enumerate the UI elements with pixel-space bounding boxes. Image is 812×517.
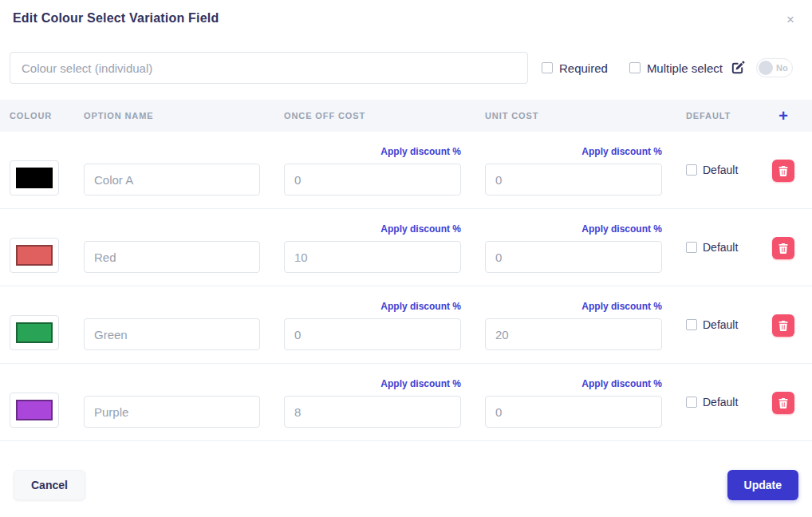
default-label: Default: [703, 164, 738, 176]
percent-icon: %: [653, 378, 662, 389]
table-row: Apply discount % Apply discount % Defaul…: [0, 132, 812, 209]
column-header-once-off-cost: Once off cost: [284, 111, 485, 120]
edit-variation-field-modal: Edit Colour Select Variation Field × Req…: [0, 0, 812, 517]
percent-icon: %: [653, 301, 662, 312]
color-swatch-fill: [16, 322, 53, 343]
default-checkbox-input[interactable]: [686, 242, 697, 253]
trash-icon: [778, 243, 788, 254]
multiple-select-checkbox-input[interactable]: [629, 62, 641, 73]
table-row: Apply discount % Apply discount % Defaul…: [0, 209, 812, 286]
modal-title: Edit Colour Select Variation Field: [13, 11, 219, 26]
trash-icon: [778, 321, 788, 331]
color-swatch-fill: [16, 400, 53, 420]
delete-option-button[interactable]: [772, 160, 794, 182]
table-row: Apply discount % Apply discount % Defaul…: [0, 286, 812, 364]
delete-option-button[interactable]: [772, 237, 794, 259]
once-off-cost-input[interactable]: [284, 318, 461, 350]
option-name-input[interactable]: [84, 396, 260, 428]
color-swatch[interactable]: [10, 238, 59, 273]
option-name-input[interactable]: [84, 318, 260, 350]
delete-option-button[interactable]: [772, 314, 794, 337]
default-checkbox[interactable]: Default: [686, 318, 738, 331]
column-header-unit-cost: Unit cost: [485, 111, 686, 120]
default-checkbox-input[interactable]: [686, 319, 697, 330]
delete-option-button[interactable]: [772, 392, 794, 414]
default-checkbox-input[interactable]: [686, 164, 697, 176]
apply-discount-unit-link[interactable]: Apply discount %: [581, 301, 662, 312]
required-checkbox[interactable]: Required: [542, 61, 608, 75]
column-header-colour: Colour: [10, 111, 84, 120]
add-option-button[interactable]: +: [772, 108, 794, 124]
trash-icon: [778, 398, 788, 408]
default-checkbox[interactable]: Default: [686, 164, 738, 176]
once-off-cost-input[interactable]: [284, 396, 461, 428]
color-swatch[interactable]: [10, 160, 59, 195]
multiple-select-checkbox[interactable]: Multiple select: [629, 61, 723, 75]
once-off-cost-input[interactable]: [284, 241, 461, 273]
apply-discount-unit-link[interactable]: Apply discount %: [581, 223, 662, 235]
option-name-input[interactable]: [84, 164, 260, 195]
column-header-option-name: Option name: [84, 111, 284, 120]
default-checkbox[interactable]: Default: [686, 396, 738, 408]
default-label: Default: [703, 318, 738, 331]
percent-icon: %: [452, 378, 461, 389]
default-label: Default: [703, 396, 738, 408]
toggle-switch[interactable]: No: [756, 58, 793, 77]
field-name-input[interactable]: [10, 52, 528, 84]
unit-cost-input[interactable]: [485, 318, 662, 350]
required-checkbox-input[interactable]: [542, 62, 553, 73]
edit-pencil-icon: [730, 61, 745, 76]
toggle-knob: [759, 61, 773, 75]
trash-icon: [778, 166, 788, 176]
unit-cost-input[interactable]: [485, 396, 662, 428]
update-button[interactable]: Update: [727, 470, 798, 500]
apply-discount-unit-link[interactable]: Apply discount %: [581, 378, 662, 389]
cancel-button[interactable]: Cancel: [14, 470, 85, 500]
apply-discount-once-off-link[interactable]: Apply discount %: [380, 378, 461, 389]
default-checkbox-input[interactable]: [686, 397, 697, 408]
once-off-cost-input[interactable]: [284, 164, 461, 195]
color-swatch-fill: [16, 245, 53, 266]
column-header-default: Default: [686, 111, 772, 120]
table-header-row: Colour Option name Once off cost Unit co…: [0, 100, 812, 132]
apply-discount-unit-link[interactable]: Apply discount %: [581, 146, 662, 157]
apply-discount-once-off-link[interactable]: Apply discount %: [380, 223, 461, 235]
color-swatch-fill: [16, 168, 53, 188]
modal-header: Edit Colour Select Variation Field ×: [0, 0, 812, 28]
close-icon[interactable]: ×: [782, 11, 799, 28]
table-row: Apply discount % Apply discount % Defaul…: [0, 364, 812, 441]
percent-icon: %: [653, 223, 662, 235]
color-swatch[interactable]: [10, 315, 59, 350]
unit-cost-input[interactable]: [485, 164, 662, 195]
apply-discount-once-off-link[interactable]: Apply discount %: [380, 301, 461, 312]
apply-discount-once-off-link[interactable]: Apply discount %: [380, 146, 461, 157]
default-checkbox[interactable]: Default: [686, 241, 738, 254]
toggle-state-label: No: [776, 63, 788, 73]
required-label: Required: [559, 61, 608, 75]
unit-cost-input[interactable]: [485, 241, 662, 273]
field-controls-row: Required Multiple select No: [0, 52, 812, 84]
percent-icon: %: [452, 301, 461, 312]
default-label: Default: [703, 241, 738, 254]
option-name-input[interactable]: [84, 241, 260, 273]
percent-icon: %: [452, 146, 461, 157]
modal-footer: Cancel Update: [0, 441, 812, 500]
percent-icon: %: [653, 146, 662, 157]
multiple-select-label: Multiple select: [647, 61, 723, 75]
color-swatch[interactable]: [10, 393, 59, 428]
percent-icon: %: [452, 223, 461, 235]
edit-icon[interactable]: [730, 61, 745, 76]
